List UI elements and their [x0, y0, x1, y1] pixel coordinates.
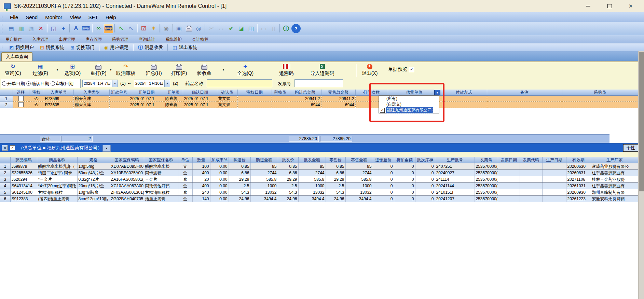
- dropdown-item-custom[interactable]: (自定义): [379, 101, 439, 107]
- menu-item-monitor[interactable]: Monitor: [41, 14, 66, 20]
- unlock-disabled-icon[interactable]: ▯: [269, 24, 278, 33]
- filter-enabled-checkbox[interactable]: [10, 145, 15, 150]
- category-tab-accounting[interactable]: 会计核算: [192, 37, 208, 42]
- column-header[interactable]: 生产批号: [435, 157, 475, 163]
- table-row[interactable]: 3J620294*三金片0.32g*72片ZA16FAS005801(三金片盒2…: [0, 176, 638, 183]
- column-header[interactable]: 药品编码: [10, 157, 37, 163]
- category-tab-outbound[interactable]: 出库管理: [59, 37, 75, 42]
- table-row[interactable]: 2否R73605购买入库2025-01-07 1陈春蓉2025-01-07 1黄…: [0, 102, 638, 108]
- close-button[interactable]: [623, 0, 639, 12]
- column-header[interactable]: 零售金额: [345, 157, 373, 163]
- filter-expression-dropdown-button[interactable]: ▼: [102, 145, 111, 152]
- column-header[interactable]: 单位: [178, 157, 192, 163]
- column-header[interactable]: [0, 157, 10, 163]
- copy-windows-icon[interactable]: ▱: [217, 24, 226, 33]
- monitor-chat-icon[interactable]: ▥: [16, 24, 26, 33]
- reprint-dropdown-arrow-icon[interactable]: ▼: [109, 68, 112, 71]
- column-header[interactable]: 采购员: [562, 90, 638, 96]
- cut-icon[interactable]: ✂: [207, 24, 216, 33]
- trace-code-button[interactable]: 追溯码: [277, 63, 295, 77]
- column-header[interactable]: 发票代码: [520, 157, 542, 163]
- menu-item-send[interactable]: Send: [22, 14, 41, 20]
- column-header[interactable]: 国家医保编码: [110, 157, 144, 163]
- column-header[interactable]: 开单员: [164, 90, 183, 96]
- tab-inbound-order-query[interactable]: 入库单查询: [1, 52, 32, 61]
- table-row[interactable]: 1否R73599购买入库2025-01-07 1陈春蓉2025-01-07 1黄…: [0, 96, 638, 102]
- folder-export-icon[interactable]: ◫: [246, 24, 256, 33]
- print-button[interactable]: 打印(P): [170, 63, 188, 77]
- column-header[interactable]: 批发价: [278, 157, 298, 163]
- window-disabled-icon[interactable]: ▭: [259, 24, 268, 33]
- column-header[interactable]: 生产厂家: [591, 157, 638, 163]
- column-header[interactable]: 数量: [192, 157, 210, 163]
- cursor-local-icon[interactable]: ↖: [117, 24, 126, 33]
- column-header[interactable]: 供货单位: [388, 90, 441, 96]
- personalize-button[interactable]: 个性: [623, 144, 638, 152]
- print-screen-icon[interactable]: [184, 24, 193, 33]
- column-header[interactable]: 打印次数: [355, 90, 388, 96]
- filter-remove-button[interactable]: ✕: [2, 145, 8, 151]
- column-header[interactable]: 折扣金额: [394, 157, 415, 163]
- column-header[interactable]: 付款方式: [441, 90, 487, 96]
- drug-name-input[interactable]: [207, 79, 272, 87]
- category-tab-system-maint[interactable]: 系统维护: [165, 37, 182, 42]
- menu-item-view[interactable]: View: [66, 14, 84, 20]
- keyboard-active-icon[interactable]: ⌨: [104, 24, 113, 33]
- confirm-date-radio[interactable]: [26, 81, 31, 86]
- column-header[interactable]: 药品名称: [37, 157, 77, 163]
- menu-item-sft[interactable]: SFT: [85, 14, 102, 20]
- tools-icon[interactable]: ✶: [149, 24, 158, 33]
- column-header[interactable]: 有效期: [566, 157, 591, 163]
- column-header[interactable]: 入库单号: [44, 90, 73, 96]
- monitor-select-icon[interactable]: ▧: [26, 24, 36, 33]
- pan-move-icon[interactable]: +: [59, 24, 68, 33]
- dropdown-item-all[interactable]: (所有): [379, 96, 439, 101]
- column-header[interactable]: 规格: [77, 157, 110, 163]
- cursor-remote-icon[interactable]: ↖: [126, 24, 136, 33]
- column-header[interactable]: 进销差价: [373, 157, 394, 163]
- category-tab-query-stats[interactable]: 查询统计: [139, 37, 155, 42]
- order-date-radio[interactable]: [2, 81, 6, 86]
- filter-dropdown-arrow-icon[interactable]: ▼: [56, 68, 59, 71]
- audit-date-radio[interactable]: [51, 81, 55, 86]
- trackball-icon[interactable]: ◉: [162, 24, 171, 33]
- column-header[interactable]: 零售价: [326, 157, 345, 163]
- category-tab-inventory[interactable]: 库存管理: [85, 37, 102, 42]
- category-tab-user-ops[interactable]: 用户操作: [5, 37, 22, 42]
- menu-item-file[interactable]: File: [6, 14, 22, 20]
- maximize-button[interactable]: [602, 0, 617, 12]
- table-row[interactable]: 1J699878醋酸地塞米松乳膏（10g:5mgXD07ABD085F00醋酸地…: [0, 163, 638, 170]
- column-header[interactable]: 入库类型: [73, 90, 109, 96]
- document-preview-toggle[interactable]: 单据预览: [388, 66, 414, 72]
- exit-button[interactable]: 退出(X): [361, 63, 379, 77]
- table-row[interactable]: 2S32655626*!(国二)(辽宁) 阿卡50mg*48片/盒XA10BFA…: [0, 170, 638, 176]
- column-header[interactable]: 审核日期: [237, 90, 272, 96]
- messages-button[interactable]: ⓘ 消息收发: [138, 44, 163, 51]
- column-header[interactable]: 批次库存: [415, 157, 435, 163]
- screen-capture-icon[interactable]: ◱: [49, 24, 58, 33]
- summary-button[interactable]: 汇总(H): [145, 63, 163, 77]
- cancel-audit-button[interactable]: ↷ 取消审核: [116, 63, 135, 77]
- column-header[interactable]: 零售总金额: [321, 90, 355, 96]
- scrollbar-thumb[interactable]: [639, 52, 644, 191]
- column-header[interactable]: 选择: [13, 90, 29, 96]
- table-row[interactable]: 5S01245100甘桔清咽颗粒10g*6袋/盒ZF03AAG001301(甘桔…: [0, 189, 638, 196]
- remote-monitor-icon[interactable]: ▤: [6, 24, 16, 33]
- receipt-slip-button[interactable]: 验收单: [195, 63, 213, 77]
- column-header[interactable]: 国家医保名称: [144, 157, 178, 163]
- disconnect-icon[interactable]: ✕: [36, 24, 45, 33]
- exit-system-button[interactable]: ◫ 退出系统: [173, 44, 197, 51]
- column-header[interactable]: 确认员: [217, 90, 237, 96]
- column-header[interactable]: 审核: [29, 90, 44, 96]
- combo-arrow-icon[interactable]: ▼: [112, 80, 118, 87]
- supplier-checked-checkbox[interactable]: [380, 108, 385, 113]
- menu-item-help[interactable]: Help: [102, 14, 120, 20]
- invoice-no-input[interactable]: [294, 79, 343, 87]
- column-header[interactable]: 汇款单号: [109, 90, 129, 96]
- column-header[interactable]: 审核员: [272, 90, 289, 96]
- column-header[interactable]: 购进金额: [250, 157, 278, 163]
- row-select-checkbox[interactable]: [18, 96, 24, 101]
- select-all-button[interactable]: + 全选(Q): [236, 63, 254, 77]
- reprint-button[interactable]: 重打(P): [90, 63, 107, 77]
- column-header[interactable]: 发票日期: [498, 157, 520, 163]
